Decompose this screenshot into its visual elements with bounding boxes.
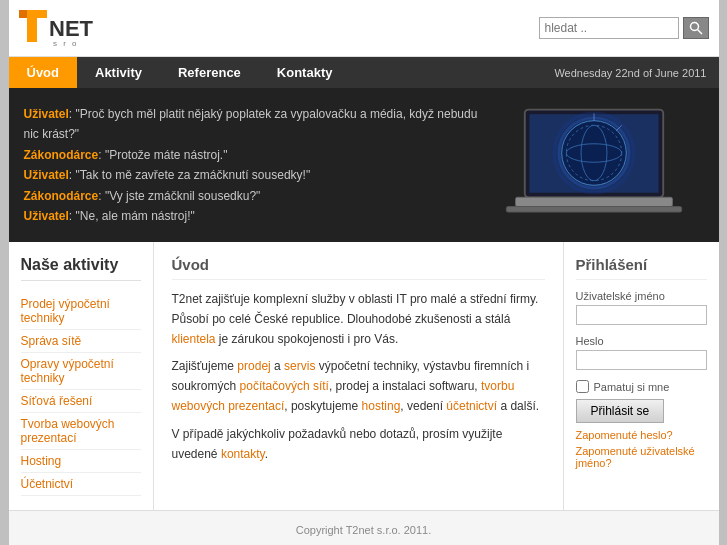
logo-box: NET s r o	[19, 8, 74, 48]
footer-copyright: Copyright T2net s.r.o. 2011.	[19, 521, 709, 540]
sidebar-link-sitova[interactable]: Síťová řešení	[21, 390, 141, 413]
logo-svg: NET s r o	[19, 8, 94, 50]
nav-date: Wednesday 22nd of June 2011	[554, 67, 718, 79]
remember-label: Pamatuj si mne	[594, 381, 670, 393]
content-link-hosting[interactable]: hosting	[362, 399, 401, 413]
content-para-2-mid3: , poskytujeme	[284, 399, 361, 413]
content-para-2-start: Zajišťujeme	[172, 359, 238, 373]
svg-rect-2	[19, 10, 27, 18]
sidebar-link-ucetnictvi[interactable]: Účetnictví	[21, 473, 141, 496]
hero-speaker-3: Uživatel	[24, 168, 69, 182]
sidebar-link-opravy[interactable]: Opravy výpočetní techniky	[21, 353, 141, 390]
login-button[interactable]: Přihlásit se	[576, 399, 665, 423]
content-link-pocitacovych[interactable]: počítačových sítí	[240, 379, 329, 393]
logo: NET s r o	[19, 8, 74, 48]
content-para-3: V případě jakýchkoliv požadavků nebo dot…	[172, 425, 545, 465]
hero-text: Uživatel: "Proč bych měl platit nějaký p…	[24, 100, 484, 226]
svg-point-5	[690, 23, 698, 31]
main-content: Naše aktivity Prodej výpočetní techniky …	[9, 242, 719, 510]
content-para-2-mid2: , prodej a instalaci softwaru,	[329, 379, 481, 393]
remember-checkbox[interactable]	[576, 380, 589, 393]
sidebar-title: Naše aktivity	[21, 256, 141, 281]
content-link-prodej[interactable]: prodej	[237, 359, 270, 373]
hero-quote-1: "Proč bych měl platit nějaký poplatek za…	[24, 107, 478, 141]
svg-text:s r o: s r o	[53, 39, 79, 48]
hero-quote-3: "Tak to mě zavřete za zmáčknutí sousedky…	[76, 168, 311, 182]
hero-image	[484, 100, 704, 230]
content-para-1-text2: je zárukou spokojenosti i pro Vás.	[216, 332, 399, 346]
content-link-klientela[interactable]: klientela	[172, 332, 216, 346]
hero-section: Uživatel: "Proč bych měl platit nějaký p…	[9, 88, 719, 242]
hero-speaker-1: Uživatel	[24, 107, 69, 121]
hero-quote-5: "Ne, ale mám nástroj!"	[76, 209, 195, 223]
footer-links: prodej IT | správa sítě | hosting | účet…	[19, 540, 709, 545]
content-link-kontakty[interactable]: kontakty	[221, 447, 265, 461]
laptop-svg	[494, 105, 694, 225]
sidebar-link-hosting[interactable]: Hosting	[21, 450, 141, 473]
hero-line-2: Zákonodárce: "Protože máte nástroj."	[24, 145, 484, 165]
forgot-username-link[interactable]: Zapomenuté uživatelské jméno?	[576, 445, 707, 469]
search-icon	[689, 21, 703, 35]
remember-row: Pamatuj si mne	[576, 380, 707, 393]
nav-item-kontakty[interactable]: Kontakty	[259, 57, 351, 88]
content-para-2: Zajišťujeme prodej a servis výpočetní te…	[172, 357, 545, 416]
svg-rect-18	[506, 207, 681, 213]
header: NET s r o	[9, 0, 719, 57]
sidebar: Naše aktivity Prodej výpočetní techniky …	[9, 242, 154, 510]
svg-rect-17	[515, 197, 672, 206]
hero-speaker-5: Uživatel	[24, 209, 69, 223]
nav-items: Úvod Aktivity Reference Kontakty	[9, 57, 351, 88]
content-para-2-end: a další.	[497, 399, 539, 413]
search-input[interactable]	[539, 17, 679, 39]
hero-speaker-2: Zákonodárce	[24, 148, 99, 162]
search-button[interactable]	[683, 17, 709, 39]
content-para-2-mid4: , vedení	[400, 399, 446, 413]
nav-item-reference[interactable]: Reference	[160, 57, 259, 88]
content-title: Úvod	[172, 256, 545, 280]
footer: Copyright T2net s.r.o. 2011. prodej IT |…	[9, 510, 719, 545]
content-para-1: T2net zajišťuje komplexní služby v oblas…	[172, 290, 545, 349]
svg-text:NET: NET	[49, 16, 94, 41]
hero-speaker-4: Zákonodárce	[24, 189, 99, 203]
nav-item-uvod[interactable]: Úvod	[9, 57, 78, 88]
nav-item-aktivity[interactable]: Aktivity	[77, 57, 160, 88]
svg-rect-1	[27, 10, 37, 42]
hero-line-4: Zákonodárce: "Vy jste zmáčknil sousedku?…	[24, 186, 484, 206]
login-panel: Přihlášení Uživatelské jméno Heslo Pamat…	[564, 242, 719, 510]
content-para-2-and: a	[271, 359, 284, 373]
content-link-ucetnictvi[interactable]: účetnictví	[446, 399, 497, 413]
hero-line-5: Uživatel: "Ne, ale mám nástroj!"	[24, 206, 484, 226]
search-area	[539, 17, 709, 39]
username-label: Uživatelské jméno	[576, 290, 707, 302]
center-content: Úvod T2net zajišťuje komplexní služby v …	[154, 242, 564, 510]
password-input[interactable]	[576, 350, 707, 370]
content-para-1-text1: T2net zajišťuje komplexní služby v oblas…	[172, 292, 539, 326]
sidebar-link-prodej[interactable]: Prodej výpočetní techniky	[21, 293, 141, 330]
hero-quote-4: "Vy jste zmáčknil sousedku?"	[105, 189, 260, 203]
sidebar-link-sprava[interactable]: Správa sítě	[21, 330, 141, 353]
content-link-servis[interactable]: servis	[284, 359, 315, 373]
content-para-3-end: .	[265, 447, 268, 461]
hero-line-1: Uživatel: "Proč bych měl platit nějaký p…	[24, 104, 484, 145]
hero-line-3: Uživatel: "Tak to mě zavřete za zmáčknut…	[24, 165, 484, 185]
sidebar-link-tvorba[interactable]: Tvorba webových prezentací	[21, 413, 141, 450]
nav-bar: Úvod Aktivity Reference Kontakty Wednesd…	[9, 57, 719, 88]
hero-quote-2: "Protože máte nástroj."	[105, 148, 228, 162]
svg-line-6	[697, 30, 702, 35]
forgot-password-link[interactable]: Zapomenuté heslo?	[576, 429, 707, 441]
login-title: Přihlášení	[576, 256, 707, 280]
password-label: Heslo	[576, 335, 707, 347]
username-input[interactable]	[576, 305, 707, 325]
